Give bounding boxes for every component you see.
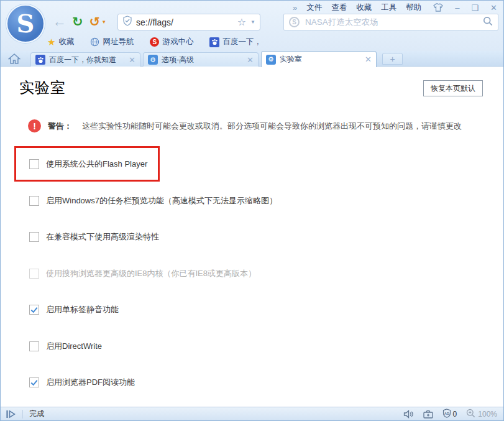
flag-checkbox[interactable] xyxy=(29,377,39,387)
zoom-level: 100% xyxy=(478,410,497,419)
flag-label: 启用单标签静音功能 xyxy=(46,304,119,315)
search-box[interactable]: S xyxy=(283,14,498,30)
flag-item: 启用单标签静音功能 xyxy=(1,292,503,328)
gear-icon: ⚙ xyxy=(148,55,158,65)
address-dropdown-icon[interactable]: ▼ xyxy=(250,19,255,25)
status-text: 完成 xyxy=(29,409,44,419)
menu-view[interactable]: 查看 xyxy=(331,2,347,13)
close-button[interactable]: ✕ xyxy=(490,4,497,12)
skin-icon[interactable] xyxy=(433,3,443,13)
flag-label: 启用Windows7的任务栏预览功能（高速模式下无法显示缩略图） xyxy=(46,195,277,206)
svg-text:AD: AD xyxy=(444,411,449,415)
flag-checkbox[interactable] xyxy=(29,232,39,242)
flag-label: 使用系统公共的Flash Player xyxy=(46,159,147,170)
bookmark-baidu[interactable]: 百度一下， xyxy=(209,37,262,47)
menu-bar: » 文件 查看 收藏 工具 帮助 – ❑ ✕ xyxy=(293,2,497,13)
home-icon[interactable] xyxy=(8,53,21,67)
maximize-button[interactable]: ❑ xyxy=(471,4,479,12)
ad-block-count: 0 xyxy=(453,410,457,419)
tab-close-icon[interactable]: ✕ xyxy=(129,55,135,65)
zoom-magnifier-icon xyxy=(466,409,475,420)
search-magnifier-icon[interactable] xyxy=(483,16,493,29)
flag-label: 在兼容模式下使用高级渲染特性 xyxy=(46,231,159,243)
new-tab-button[interactable]: + xyxy=(382,53,403,65)
flag-label: 使用搜狗浏览器更高级的IE8内核（你已有IE8或更高版本） xyxy=(46,268,256,279)
labs-page: 实验室 恢复本页默认 ! 警告： 这些实验性功能随时可能会更改或取消。部分选项可… xyxy=(1,67,503,408)
tab-close-icon[interactable]: ✕ xyxy=(365,55,372,64)
warning-label: 警告： xyxy=(48,121,72,132)
address-input[interactable] xyxy=(136,17,237,27)
top-chrome: S » 文件 查看 收藏 工具 帮助 – ❑ ✕ ← ↻ ↺ ▼ ☆ xyxy=(1,1,503,51)
game-center-icon: S xyxy=(150,37,159,47)
address-bar[interactable]: ☆ ▼ xyxy=(117,14,260,30)
menu-tools[interactable]: 工具 xyxy=(381,2,396,13)
bookmark-favorites[interactable]: ★ 收藏 xyxy=(47,37,74,48)
bookmark-site-nav[interactable]: 网址导航 xyxy=(90,37,134,47)
sogou-logo-icon[interactable]: S xyxy=(6,4,45,43)
flag-checkbox[interactable] xyxy=(29,341,39,351)
status-bar: 完成 AD 0 100% xyxy=(1,407,503,420)
flag-checkbox[interactable] xyxy=(29,269,39,279)
menu-overflow-icon[interactable]: » xyxy=(293,3,297,12)
flag-checkbox[interactable] xyxy=(29,305,39,315)
restore-defaults-button[interactable]: 恢复本页默认 xyxy=(423,80,483,96)
minimize-button[interactable]: – xyxy=(455,4,459,12)
bookmarks-bar: ★ 收藏 网址导航 S 游戏中心 百度一下， xyxy=(47,35,278,49)
ad-block-indicator[interactable]: AD 0 xyxy=(442,409,457,420)
flag-checkbox[interactable] xyxy=(29,196,39,206)
bookmark-game-center[interactable]: S 游戏中心 xyxy=(150,37,193,47)
refresh-icon[interactable]: ↻ xyxy=(72,14,83,29)
baidu-paw-icon xyxy=(209,37,219,47)
back-icon[interactable]: ← xyxy=(53,14,66,30)
status-right-icons: AD 0 100% xyxy=(394,409,497,420)
toolbox-icon[interactable] xyxy=(423,410,433,419)
flag-label: 启用浏览器PDF阅读功能 xyxy=(46,377,135,388)
flag-item: 使用搜狗浏览器更高级的IE8内核（你已有IE8或更高版本） xyxy=(1,256,503,292)
page-title: 实验室 xyxy=(19,78,66,98)
shield-check-icon xyxy=(122,16,132,29)
flag-item: 启用浏览器PDF阅读功能 xyxy=(1,364,503,401)
menu-favorites[interactable]: 收藏 xyxy=(356,2,372,13)
bookmark-star-icon[interactable]: ☆ xyxy=(237,16,246,28)
baidu-paw-icon xyxy=(35,55,45,65)
tab-bar: 百度一下，你就知道 ✕ ⚙ 选项-高级 ✕ ⚙ 实验室 ✕ + xyxy=(1,51,503,67)
menu-file[interactable]: 文件 xyxy=(306,2,322,13)
flag-label: 启用DirectWrite xyxy=(46,341,102,352)
flags-list: 使用系统公共的Flash Player 启用Windows7的任务栏预览功能（高… xyxy=(1,146,503,401)
warning-text: 这些实验性功能随时可能会更改或取消。部分选项可能会导致你的浏览器出现不可预知的问… xyxy=(82,121,462,132)
warning-banner: ! 警告： 这些实验性功能随时可能会更改或取消。部分选项可能会导致你的浏览器出现… xyxy=(28,119,503,132)
warning-icon: ! xyxy=(28,119,41,132)
search-input[interactable] xyxy=(305,17,483,27)
undo-dropdown-icon[interactable]: ▼ xyxy=(101,19,106,25)
gear-icon: ⚙ xyxy=(266,55,276,65)
flag-item: 在兼容模式下使用高级渲染特性 xyxy=(1,219,503,256)
menu-help[interactable]: 帮助 xyxy=(406,2,421,13)
zoom-control[interactable]: 100% xyxy=(466,409,497,420)
undo-icon[interactable]: ↺ xyxy=(89,14,101,29)
sogou-search-icon: S xyxy=(289,17,300,27)
status-divider xyxy=(22,410,23,419)
flag-checkbox[interactable] xyxy=(29,159,39,169)
ad-shield-icon: AD xyxy=(442,409,451,420)
tab-close-icon[interactable]: ✕ xyxy=(247,55,254,65)
globe-icon xyxy=(90,37,99,47)
sidebar-expand-icon[interactable] xyxy=(6,410,16,419)
browser-window: S » 文件 查看 收藏 工具 帮助 – ❑ ✕ ← ↻ ↺ ▼ ☆ xyxy=(0,0,504,421)
favorites-star-icon: ★ xyxy=(47,37,55,48)
nav-buttons: ← ↻ ↺ ▼ xyxy=(53,13,106,30)
tab-baidu[interactable]: 百度一下，你就知道 ✕ xyxy=(30,52,140,67)
flag-item: 启用DirectWrite xyxy=(1,328,503,365)
flag-item: 使用系统公共的Flash Player xyxy=(1,146,503,183)
tab-labs-active[interactable]: ⚙ 实验室 ✕ xyxy=(261,51,377,67)
speaker-icon[interactable] xyxy=(403,410,414,419)
tab-options-advanced[interactable]: ⚙ 选项-高级 ✕ xyxy=(143,52,259,67)
flag-item: 启用Windows7的任务栏预览功能（高速模式下无法显示缩略图） xyxy=(1,183,503,220)
